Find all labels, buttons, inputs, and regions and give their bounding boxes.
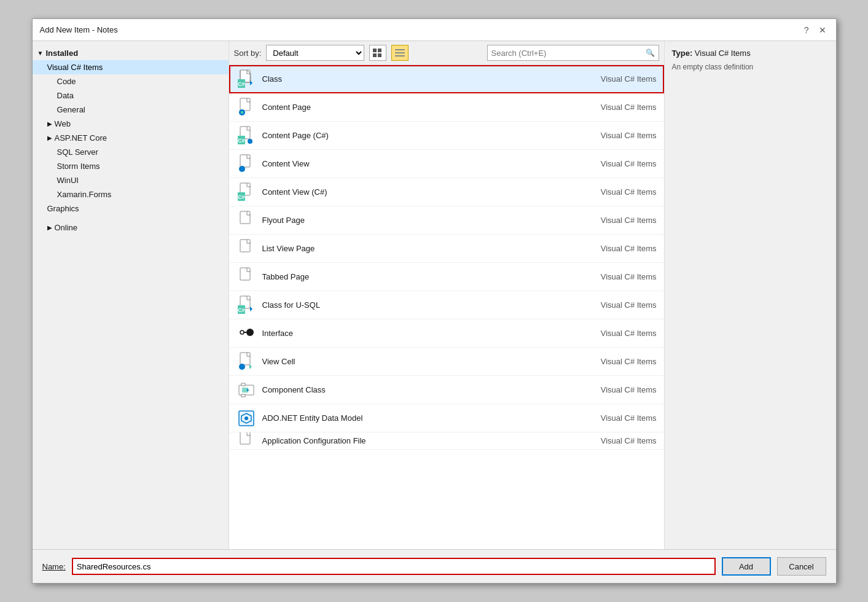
- svg-rect-1: [378, 49, 381, 52]
- svg-rect-25: [240, 268, 250, 280]
- items-list[interactable]: C# Class Visual C# Items: [229, 65, 664, 549]
- item-name: Flyout Page: [262, 216, 558, 225]
- svg-rect-4: [395, 49, 405, 50]
- svg-text:C#: C#: [238, 81, 245, 87]
- item-row[interactable]: C# Class Visual C# Items: [229, 65, 664, 93]
- sidebar-item-data[interactable]: Data: [33, 88, 229, 103]
- sidebar-item-code[interactable]: Code: [33, 74, 229, 88]
- svg-rect-3: [378, 53, 381, 57]
- general-label: General: [57, 105, 85, 114]
- sidebar-item-storm[interactable]: Storm Items: [33, 159, 229, 173]
- xamarin-label: Xamarin.Forms: [57, 190, 112, 199]
- item-row[interactable]: ADO.NET Entity Data Model Visual C# Item…: [229, 404, 664, 432]
- bottom-bar: Name: Add Cancel: [33, 549, 836, 583]
- sidebar-item-general[interactable]: General: [33, 103, 229, 117]
- online-arrow: ▶: [47, 224, 52, 231]
- svg-rect-13: [241, 111, 243, 114]
- item-category: Visual C# Items: [558, 436, 657, 445]
- item-name: Content View (C#): [262, 187, 558, 197]
- sidebar-item-graphics[interactable]: Graphics: [33, 201, 229, 216]
- item-row[interactable]: Application Configuration File Visual C#…: [229, 432, 664, 450]
- item-icon-tabbed-page: [237, 267, 256, 287]
- search-input[interactable]: [488, 49, 642, 58]
- item-row[interactable]: Content View Visual C# Items: [229, 150, 664, 178]
- type-value: Visual C# Items: [695, 49, 751, 58]
- item-icon-ado-entity: [237, 408, 256, 428]
- item-row[interactable]: Component Class Visual C# Items: [229, 376, 664, 404]
- sidebar: ▼ Installed Visual C# Items Code Data Ge…: [33, 41, 229, 549]
- online-label: Online: [55, 223, 78, 232]
- grid-icon: [373, 49, 383, 57]
- sidebar-item-aspnet[interactable]: ▶ ASP.NET Core: [33, 131, 229, 145]
- winui-label: WinUI: [57, 176, 79, 185]
- svg-rect-37: [241, 383, 245, 386]
- svg-text:C#: C#: [238, 307, 245, 313]
- sidebar-item-winui[interactable]: WinUI: [33, 173, 229, 187]
- sidebar-item-xamarin[interactable]: Xamarin.Forms: [33, 187, 229, 201]
- item-name: Content Page: [262, 103, 558, 112]
- svg-point-30: [246, 329, 254, 336]
- sidebar-item-sql[interactable]: SQL Server: [33, 145, 229, 159]
- item-name: List View Page: [262, 244, 558, 253]
- item-icon-flyout-page: [237, 211, 256, 230]
- item-category: Visual C# Items: [558, 272, 657, 281]
- item-name: Class: [262, 74, 558, 84]
- name-label: Name:: [42, 562, 66, 571]
- help-button[interactable]: ?: [802, 24, 811, 36]
- sidebar-item-web[interactable]: ▶ Web: [33, 117, 229, 131]
- dialog: Add New Item - Notes ? ✕ ▼ Installed Vis…: [32, 18, 837, 584]
- svg-point-32: [240, 330, 244, 334]
- item-name: ADO.NET Entity Data Model: [262, 413, 558, 423]
- item-category: Visual C# Items: [558, 413, 657, 423]
- item-row[interactable]: Content Page Visual C# Items: [229, 93, 664, 122]
- type-label: Type:: [672, 49, 693, 58]
- item-icon-interface: [237, 324, 256, 343]
- item-name: Content View: [262, 159, 558, 168]
- svg-rect-24: [240, 240, 250, 252]
- add-button[interactable]: Add: [722, 557, 771, 576]
- toolbar: Sort by: Default: [229, 41, 664, 65]
- sidebar-installed[interactable]: ▼ Installed: [33, 46, 229, 60]
- item-row[interactable]: C# Content Page (C#) Visual C# Items: [229, 122, 664, 150]
- close-button[interactable]: ✕: [816, 24, 829, 36]
- item-icon-content-view-cs: C#: [237, 182, 256, 202]
- list-view-button[interactable]: [391, 45, 409, 61]
- item-category: Visual C# Items: [558, 385, 657, 394]
- item-category: Visual C# Items: [558, 244, 657, 253]
- svg-text:C#: C#: [238, 138, 245, 144]
- item-category: Visual C# Items: [558, 357, 657, 366]
- item-icon-content-page-cs: C#: [237, 126, 256, 146]
- cancel-button[interactable]: Cancel: [777, 557, 826, 576]
- sidebar-item-online[interactable]: ▶ Online: [33, 221, 229, 235]
- sort-dropdown[interactable]: Default: [266, 45, 364, 61]
- item-icon-component-class: [237, 380, 256, 400]
- item-category: Visual C# Items: [558, 131, 657, 140]
- item-name: View Cell: [262, 357, 558, 366]
- item-row[interactable]: Flyout Page Visual C# Items: [229, 206, 664, 235]
- svg-point-43: [244, 416, 248, 420]
- item-row[interactable]: C# Class for U-SQL Visual C# Items: [229, 291, 664, 319]
- svg-rect-44: [240, 432, 250, 444]
- item-row[interactable]: Interface Visual C# Items: [229, 319, 664, 348]
- svg-rect-6: [395, 55, 405, 57]
- item-row[interactable]: Tabbed Page Visual C# Items: [229, 263, 664, 291]
- installed-label: Installed: [45, 49, 78, 58]
- item-name: Interface: [262, 329, 558, 338]
- name-input[interactable]: [72, 558, 716, 575]
- item-category: Visual C# Items: [558, 159, 657, 168]
- sidebar-item-visual-csharp[interactable]: Visual C# Items: [33, 60, 229, 74]
- type-description: An empty class definition: [672, 63, 829, 71]
- data-label: Data: [57, 91, 74, 100]
- svg-point-17: [248, 139, 252, 144]
- item-icon-content-view: [237, 154, 256, 174]
- item-row[interactable]: List View Page Visual C# Items: [229, 235, 664, 263]
- item-row[interactable]: View Cell Visual C# Items: [229, 348, 664, 376]
- title-bar: Add New Item - Notes ? ✕: [33, 19, 836, 41]
- type-info: Type: Visual C# Items: [672, 49, 829, 58]
- item-row[interactable]: C# Content View (C#) Visual C# Items: [229, 178, 664, 206]
- grid-view-button[interactable]: [369, 45, 386, 61]
- item-icon-app-config: [237, 432, 256, 450]
- dialog-title: Add New Item - Notes: [40, 25, 118, 34]
- dialog-body: ▼ Installed Visual C# Items Code Data Ge…: [33, 41, 836, 549]
- svg-rect-38: [241, 394, 245, 397]
